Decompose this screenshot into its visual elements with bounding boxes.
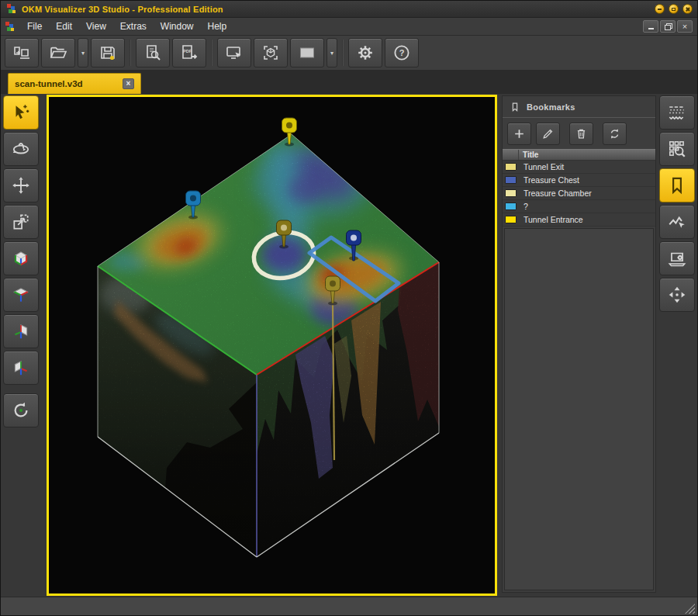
tool-cube-view[interactable] <box>3 241 39 275</box>
bookmark-row-unknown[interactable]: ? <box>503 200 655 213</box>
minimize-button[interactable] <box>655 4 665 14</box>
preview-report-button[interactable] <box>136 38 170 67</box>
main-area: Bookmarks Title Tunnel Exit Treasure Che… <box>1 94 697 597</box>
tool-select[interactable] <box>3 95 39 130</box>
edit-bookmark-button[interactable] <box>536 123 560 145</box>
nav-pad-icon <box>667 285 687 305</box>
menu-view[interactable]: View <box>79 19 113 34</box>
export-pdf-icon: PDF <box>180 43 199 62</box>
tool-reset-view[interactable] <box>3 393 39 427</box>
tool-device-settings[interactable] <box>659 241 695 275</box>
title-column-header: Title <box>519 151 538 159</box>
child-minimize-button[interactable] <box>643 20 658 33</box>
view-front-icon <box>11 358 31 378</box>
tool-view-top[interactable] <box>3 278 39 312</box>
pencil-icon <box>541 127 555 140</box>
resize-grip[interactable] <box>685 604 695 614</box>
bookmarks-panel-header: Bookmarks <box>503 96 655 118</box>
tool-ground-scan[interactable] <box>659 95 695 130</box>
main-toolbar: ▾ PDF ▾ ? <box>1 36 697 71</box>
view-3d-button[interactable] <box>254 38 288 67</box>
tab-label: scan-tunnel.v3d <box>15 79 116 88</box>
tool-rotate-3d[interactable] <box>3 132 39 166</box>
grid-search-icon <box>667 139 687 159</box>
screen-pointer-icon <box>225 43 244 62</box>
document-logo-icon <box>5 22 16 32</box>
scan-scene <box>49 97 495 594</box>
menu-edit[interactable]: Edit <box>49 19 79 34</box>
settings-button[interactable] <box>348 38 382 67</box>
open-file-dropdown[interactable]: ▾ <box>78 38 88 67</box>
tool-view-front[interactable] <box>3 351 39 385</box>
title-bar: OKM Visualizer 3D Studio - Professional … <box>1 1 697 18</box>
select-pointer-icon <box>11 102 31 123</box>
import-icon <box>12 43 31 62</box>
presentation-mode-button[interactable] <box>217 38 251 67</box>
viewport-3d[interactable] <box>47 95 497 596</box>
import-scan-button[interactable] <box>5 38 39 67</box>
close-button[interactable] <box>682 4 693 14</box>
child-restore-button[interactable] <box>660 20 676 33</box>
view-right-icon <box>11 321 31 341</box>
tab-scan-tunnel[interactable]: scan-tunnel.v3d × <box>8 73 141 94</box>
menu-extras[interactable]: Extras <box>113 19 154 34</box>
laptop-gear-icon <box>667 248 687 268</box>
bookmark-row-tunnel-exit[interactable]: Tunnel Exit <box>503 161 655 174</box>
window-title: OKM Visualizer 3D Studio - Professional … <box>22 5 223 14</box>
tool-view-right[interactable] <box>3 314 39 348</box>
bookmark-row-treasure-chest[interactable]: Treasure Chest <box>503 174 655 187</box>
maximize-button[interactable] <box>669 4 679 14</box>
plus-icon <box>513 127 526 140</box>
refresh-bookmarks-button[interactable] <box>603 123 627 145</box>
refresh-icon <box>608 127 621 140</box>
app-window: OKM Visualizer 3D Studio - Professional … <box>0 0 698 616</box>
right-toolbar <box>659 95 696 312</box>
rotate-3d-icon <box>11 139 31 159</box>
background-color-dropdown[interactable]: ▾ <box>327 38 337 67</box>
cube-brackets-icon <box>261 43 280 62</box>
bookmark-title: ? <box>519 202 528 211</box>
help-icon: ? <box>392 43 411 62</box>
background-color-button[interactable] <box>290 38 324 67</box>
bookmark-title: Treasure Chest <box>519 175 579 185</box>
app-logo-icon <box>7 4 17 14</box>
view-top-icon <box>11 285 31 305</box>
bookmarks-table-header[interactable]: Title <box>503 149 655 161</box>
bookmark-row-tunnel-entrance[interactable]: Tunnel Entrance <box>503 213 655 227</box>
color-swatch-icon <box>298 43 316 62</box>
toolbar-separator <box>211 40 213 66</box>
menu-window[interactable]: Window <box>154 19 201 34</box>
tab-bar: scan-tunnel.v3d × <box>1 71 697 94</box>
bookmark-title: Tunnel Exit <box>519 162 564 171</box>
reset-rotation-icon <box>11 400 31 420</box>
open-file-button[interactable] <box>41 38 75 67</box>
tool-signal-analysis[interactable] <box>659 205 695 239</box>
tool-navigation-pad[interactable] <box>659 278 695 312</box>
bookmarks-actions <box>503 118 655 149</box>
delete-bookmark-button[interactable] <box>569 123 593 145</box>
add-bookmark-button[interactable] <box>507 123 531 145</box>
color-swatch <box>505 176 517 184</box>
ground-layers-icon <box>667 102 687 123</box>
menu-help[interactable]: Help <box>201 19 234 34</box>
scale-icon <box>11 212 31 232</box>
tool-pan[interactable] <box>3 168 39 202</box>
save-file-button[interactable] <box>91 38 125 67</box>
bookmark-row-treasure-chamber[interactable]: Treasure Chamber <box>503 187 655 200</box>
tool-grid-search[interactable] <box>659 132 695 166</box>
child-close-button[interactable]: × <box>677 20 693 33</box>
help-button[interactable]: ? <box>385 38 419 67</box>
open-folder-icon <box>49 43 67 62</box>
menu-file[interactable]: File <box>20 19 49 34</box>
tab-close-button[interactable]: × <box>123 78 134 89</box>
move-arrows-icon <box>11 175 31 196</box>
save-icon <box>98 43 117 62</box>
tool-bookmarks[interactable] <box>659 168 695 202</box>
bookmark-icon <box>510 102 520 112</box>
status-bar <box>1 597 697 616</box>
gear-icon <box>356 43 375 62</box>
tool-scale[interactable] <box>3 205 39 239</box>
export-pdf-button[interactable]: PDF <box>172 38 206 67</box>
cube-axes-icon <box>11 248 31 268</box>
bookmark-title: Treasure Chamber <box>519 189 592 198</box>
